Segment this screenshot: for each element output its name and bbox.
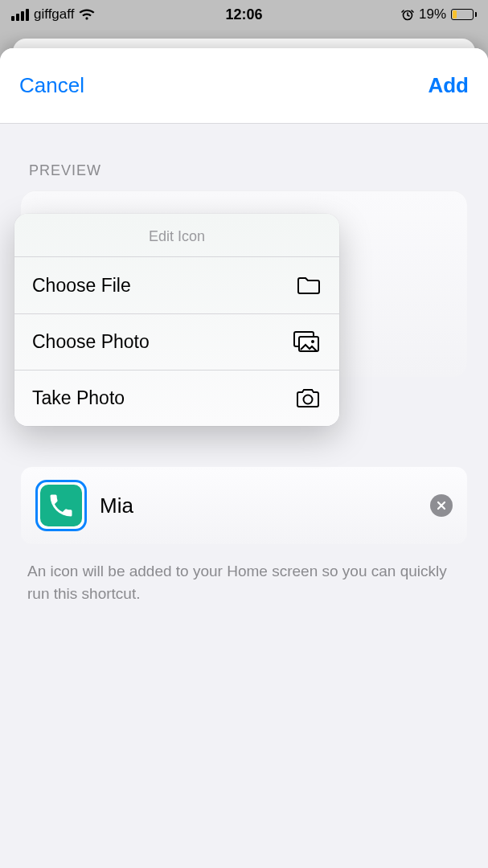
name-card: Mia (21, 467, 467, 544)
menu-item-label: Choose File (32, 275, 131, 297)
alarm-icon (401, 8, 414, 21)
shortcut-icon-button[interactable] (35, 480, 87, 531)
gallery-icon (293, 330, 322, 354)
battery-percent: 19% (419, 6, 446, 23)
folder-icon (296, 275, 322, 296)
status-bar: giffgaff 12:06 19% (0, 0, 488, 29)
battery-icon (451, 9, 477, 20)
svg-point-3 (311, 340, 314, 343)
cellular-signal-icon (11, 9, 29, 21)
clear-name-button[interactable] (430, 494, 453, 517)
menu-title: Edit Icon (14, 214, 339, 256)
menu-item-choose-file[interactable]: Choose File (14, 257, 339, 313)
phone-icon (47, 491, 76, 520)
screen: giffgaff 12:06 19% Cancel Add PREVIEW (0, 0, 488, 868)
edit-icon-menu: Edit Icon Choose File Choose Photo Take … (14, 214, 339, 426)
cancel-button[interactable]: Cancel (19, 73, 84, 98)
close-icon (436, 500, 447, 511)
svg-point-4 (304, 395, 313, 403)
shortcut-name-input[interactable]: Mia (100, 493, 417, 518)
add-button[interactable]: Add (428, 73, 469, 98)
menu-item-label: Take Photo (32, 387, 125, 409)
footer-note: An icon will be added to your Home scree… (27, 560, 461, 604)
carrier-label: giffgaff (34, 6, 74, 23)
add-to-home-sheet: Cancel Add PREVIEW (0, 48, 488, 868)
sheet-header: Cancel Add (0, 48, 488, 124)
camera-icon (294, 387, 322, 410)
preview-section-label: PREVIEW (29, 162, 467, 179)
wifi-icon (79, 9, 95, 21)
menu-item-take-photo[interactable]: Take Photo (14, 370, 339, 426)
menu-item-choose-photo[interactable]: Choose Photo (14, 313, 339, 370)
menu-item-label: Choose Photo (32, 331, 150, 353)
